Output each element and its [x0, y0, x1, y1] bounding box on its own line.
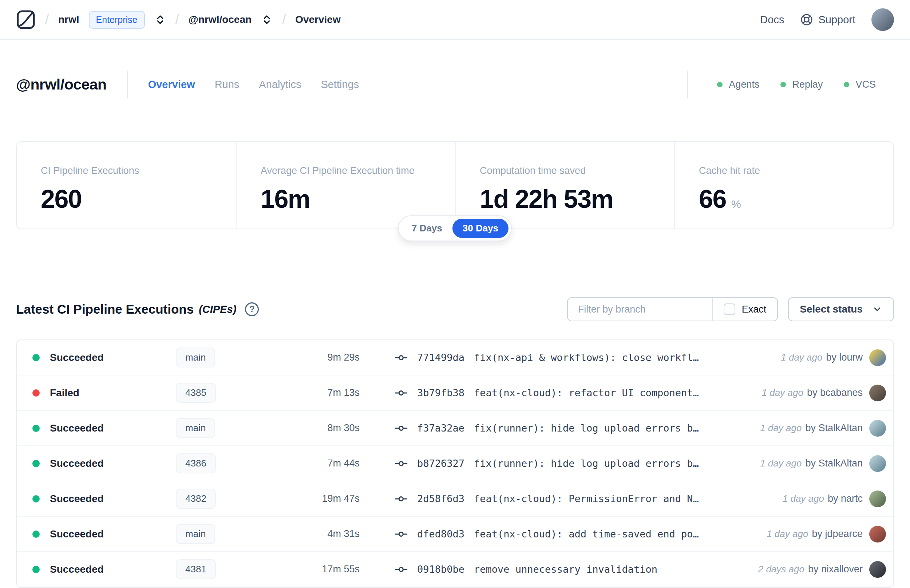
exact-label: Exact: [742, 304, 766, 315]
breadcrumb: / nrwl Enterprise / @nrwl/ocean / Overvi…: [16, 9, 341, 30]
author: by nixallover: [808, 564, 863, 575]
divider: [127, 71, 128, 98]
commit-hash[interactable]: b8726327: [417, 458, 464, 469]
cipe-row[interactable]: Succeeded 4382 19m 47s 2d58f6d3 feat(nx-…: [17, 481, 893, 517]
breadcrumb-separator: /: [45, 12, 49, 27]
commit-hash[interactable]: f37a32ae: [417, 422, 464, 434]
branch-cell: main: [176, 524, 274, 544]
cipe-row[interactable]: Succeeded main 8m 30s f37a32ae fix(runne…: [17, 411, 893, 446]
author: by lourw: [826, 352, 863, 363]
commit-hash[interactable]: 3b79fb38: [417, 387, 464, 399]
cipe-row[interactable]: Succeeded main 4m 31s dfed80d3 feat(nx-c…: [17, 517, 893, 552]
cipe-row[interactable]: Succeeded 4381 17m 55s 0918b0be remove u…: [17, 552, 893, 587]
cipe-row[interactable]: Failed 4385 7m 13s 3b79fb38 feat(nx-clou…: [17, 375, 893, 411]
status-dot: [32, 495, 40, 502]
commit-hash[interactable]: 771499da: [417, 352, 464, 363]
status-cell: Failed: [32, 387, 176, 399]
integration-status-dot: [717, 82, 723, 87]
cipe-row[interactable]: Succeeded main 9m 29s 771499da fix(nx-ap…: [17, 340, 893, 375]
time-ago: 1 day ago: [766, 528, 808, 540]
breadcrumb-workspace[interactable]: @nrwl/ocean: [189, 14, 252, 26]
breadcrumb-org[interactable]: nrwl: [58, 14, 79, 26]
status-cell: Succeeded: [32, 564, 176, 575]
author: by StalkAltan: [805, 458, 863, 469]
integration-agents[interactable]: Agents: [717, 79, 759, 90]
status-dot: [32, 530, 40, 538]
integration-replay[interactable]: Replay: [781, 79, 823, 90]
support-label: Support: [818, 14, 855, 26]
author: by bcabanes: [807, 387, 863, 399]
duration-cell: 8m 30s: [274, 422, 360, 434]
integration-status-dot: [781, 82, 786, 87]
git-commit-icon: [394, 386, 408, 399]
commit-hash[interactable]: 2d58f6d3: [417, 493, 464, 504]
tab-overview[interactable]: Overview: [148, 79, 195, 90]
commit-cell: b8726327 fix(runner): hide log upload er…: [394, 457, 749, 470]
navbar-actions: Docs Support: [760, 8, 894, 31]
top-navbar: / nrwl Enterprise / @nrwl/ocean / Overvi…: [0, 0, 910, 40]
branch-badge[interactable]: 4385: [176, 383, 216, 403]
time-ago: 2 days ago: [758, 564, 805, 575]
status-label: Succeeded: [50, 564, 104, 575]
cipe-row[interactable]: Succeeded 4386 7m 44s b8726327 fix(runne…: [17, 446, 893, 481]
branch-badge[interactable]: 4386: [176, 453, 216, 473]
status-dot: [32, 566, 40, 573]
range-option-30-days[interactable]: 30 Days: [453, 219, 509, 238]
branch-filter-input[interactable]: [568, 298, 712, 321]
integration-vcs[interactable]: VCS: [844, 79, 876, 90]
cipe-section-title: Latest CI Pipeline Executions: [16, 302, 194, 317]
stat-value: 16m: [260, 184, 310, 213]
status-cell: Succeeded: [32, 352, 176, 363]
status-label: Succeeded: [50, 493, 104, 505]
org-switcher-chevron-icon[interactable]: [154, 14, 166, 26]
author: by StalkAltan: [805, 422, 863, 434]
tab-analytics[interactable]: Analytics: [259, 79, 301, 90]
nx-cloud-logo-icon[interactable]: [16, 9, 36, 30]
status-label: Succeeded: [50, 458, 104, 469]
avatar: [869, 526, 886, 543]
commit-message: fix(nx-api & workflows): close workfl…: [474, 352, 699, 363]
duration-cell: 19m 47s: [274, 493, 360, 504]
branch-cell: 4382: [176, 489, 274, 509]
meta-cell: 1 day ago by nartc: [782, 491, 886, 507]
status-dot: [32, 460, 40, 467]
branch-badge[interactable]: 4382: [176, 489, 216, 509]
branch-badge[interactable]: main: [176, 418, 215, 438]
duration-cell: 7m 13s: [274, 387, 360, 399]
branch-badge[interactable]: main: [176, 347, 215, 367]
time-ago: 1 day ago: [781, 352, 822, 363]
commit-message: fix(runner): hide log upload errors b…: [474, 458, 699, 469]
git-commit-icon: [394, 528, 408, 541]
status-cell: Succeeded: [32, 493, 176, 505]
enterprise-badge: Enterprise: [89, 11, 145, 29]
branch-cell: main: [176, 418, 274, 438]
user-avatar[interactable]: [871, 8, 894, 31]
breadcrumb-separator: /: [282, 12, 286, 27]
status-filter-dropdown[interactable]: Select status: [788, 297, 894, 321]
stat-value: 1d 22h 53m: [480, 184, 613, 213]
stat-label: Computation time saved: [480, 165, 674, 176]
commit-hash[interactable]: dfed80d3: [417, 528, 464, 540]
status-cell: Succeeded: [32, 528, 176, 540]
status-dot: [32, 354, 40, 361]
meta-cell: 1 day ago by lourw: [781, 349, 886, 366]
workspace-switcher-chevron-icon[interactable]: [261, 14, 273, 26]
exact-checkbox[interactable]: [724, 304, 735, 315]
branch-badge[interactable]: 4381: [176, 559, 216, 579]
support-link[interactable]: Support: [800, 13, 855, 26]
stat-value-suffix: %: [731, 198, 741, 210]
integration-label: Agents: [729, 79, 759, 90]
commit-hash[interactable]: 0918b0be: [417, 564, 464, 575]
docs-link[interactable]: Docs: [760, 14, 784, 26]
avatar: [869, 384, 886, 401]
branch-badge[interactable]: main: [176, 524, 215, 544]
commit-cell: 2d58f6d3 feat(nx-cloud): PermissionError…: [394, 492, 772, 506]
range-option-7-days[interactable]: 7 Days: [401, 219, 453, 238]
divider: [687, 71, 688, 98]
help-icon[interactable]: ?: [245, 302, 259, 316]
tab-settings[interactable]: Settings: [321, 79, 359, 90]
tab-runs[interactable]: Runs: [215, 79, 239, 90]
date-range-toggle: 7 Days 30 Days: [398, 215, 512, 241]
time-ago: 1 day ago: [782, 493, 824, 504]
breadcrumb-separator: /: [175, 12, 179, 27]
